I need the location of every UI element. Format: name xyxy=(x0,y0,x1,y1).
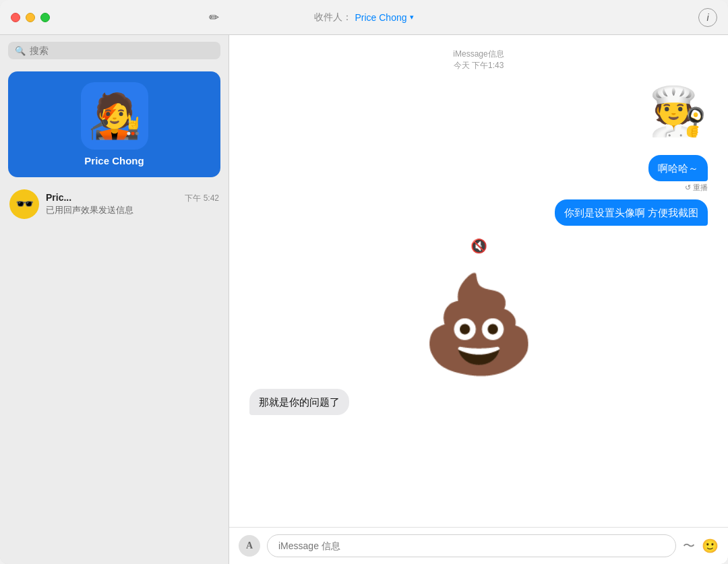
chevron-down-icon[interactable]: ▾ xyxy=(410,13,414,22)
conv-name: Pric... xyxy=(46,192,71,203)
search-bar: 🔍 xyxy=(0,35,229,66)
memoji-sticker: 🧑‍🍳 xyxy=(647,84,708,144)
app-button[interactable]: A xyxy=(239,535,260,557)
message-input[interactable] xyxy=(267,534,676,557)
recipient-prefix-label: 收件人： xyxy=(314,11,352,24)
emoji-icon: 🙂 xyxy=(702,538,719,553)
contact-avatar-big: 🧑‍🎤 xyxy=(81,82,148,150)
main-area: 🔍 🧑‍🎤 Price Chong 🕶️ Pric xyxy=(0,35,728,564)
big-emoji: 💩 xyxy=(420,277,538,371)
contact-card-big[interactable]: 🧑‍🎤 Price Chong xyxy=(8,71,220,177)
close-button[interactable] xyxy=(11,13,20,22)
message-out-1: 啊哈哈～ ↺ 重播 xyxy=(249,155,708,193)
conv-preview: 已用回声效果发送信息 xyxy=(46,204,219,216)
search-input-wrap[interactable]: 🔍 xyxy=(8,42,220,59)
info-button[interactable]: i xyxy=(698,8,717,27)
message-in-1: 那就是你的问题了 xyxy=(249,389,708,415)
message-service-label: iMessage信息 今天 下午1:43 xyxy=(249,49,708,71)
big-emoji-message: 💩 xyxy=(249,277,708,371)
recipient-name-label: Price Chong xyxy=(355,12,406,23)
search-icon: 🔍 xyxy=(15,46,26,56)
memoji-sticker-area: 🧑‍🍳 xyxy=(249,84,708,147)
muted-icon-row: 🔇 xyxy=(249,238,708,254)
contact-name-big: Price Chong xyxy=(84,155,144,166)
bubble-in-1: 那就是你的问题了 xyxy=(249,389,349,415)
audio-input-button[interactable]: 〜 xyxy=(683,538,695,554)
message-out-2: 你到是设置头像啊 方便我截图 xyxy=(249,199,708,226)
compose-button[interactable]: ✏ xyxy=(209,10,219,25)
bubble-out-1: 啊哈哈～ xyxy=(648,155,708,181)
conv-info: Pric... 下午 5:42 已用回声效果发送信息 xyxy=(46,192,219,216)
messages-list: iMessage信息 今天 下午1:43 🧑‍🍳 啊哈哈～ ↺ 重播 xyxy=(229,35,728,527)
search-input[interactable] xyxy=(30,45,214,56)
conversation-item[interactable]: 🕶️ Pric... 下午 5:42 已用回声效果发送信息 xyxy=(0,183,229,226)
chat-area: iMessage信息 今天 下午1:43 🧑‍🍳 啊哈哈～ ↺ 重播 xyxy=(229,35,728,564)
titlebar: ✏ 收件人： Price Chong ▾ i xyxy=(0,0,728,35)
minimize-button[interactable] xyxy=(26,13,35,22)
recipient-area: 收件人： Price Chong ▾ xyxy=(11,11,717,24)
emoji-button[interactable]: 🙂 xyxy=(702,538,719,554)
muted-icon: 🔇 xyxy=(471,238,487,254)
waveform-icon: 〜 xyxy=(683,539,695,553)
maximize-button[interactable] xyxy=(40,13,50,22)
conv-time: 下午 5:42 xyxy=(185,193,219,204)
bubble-out-2: 你到是设置头像啊 方便我截图 xyxy=(555,199,708,226)
sidebar: 🔍 🧑‍🎤 Price Chong 🕶️ Pric xyxy=(0,35,229,564)
replay-label-1[interactable]: ↺ 重播 xyxy=(685,183,708,193)
conv-avatar-emoji: 🕶️ xyxy=(16,195,34,213)
traffic-lights xyxy=(11,13,50,22)
input-bar: A 〜 🙂 xyxy=(229,527,728,564)
conv-top: Pric... 下午 5:42 xyxy=(46,192,219,204)
replay-icon-1: ↺ xyxy=(685,183,691,192)
app-icon: A xyxy=(246,540,253,551)
app-window: ✏ 收件人： Price Chong ▾ i 🔍 🧑‍🎤 xyxy=(0,0,728,564)
conv-avatar: 🕶️ xyxy=(9,189,39,219)
